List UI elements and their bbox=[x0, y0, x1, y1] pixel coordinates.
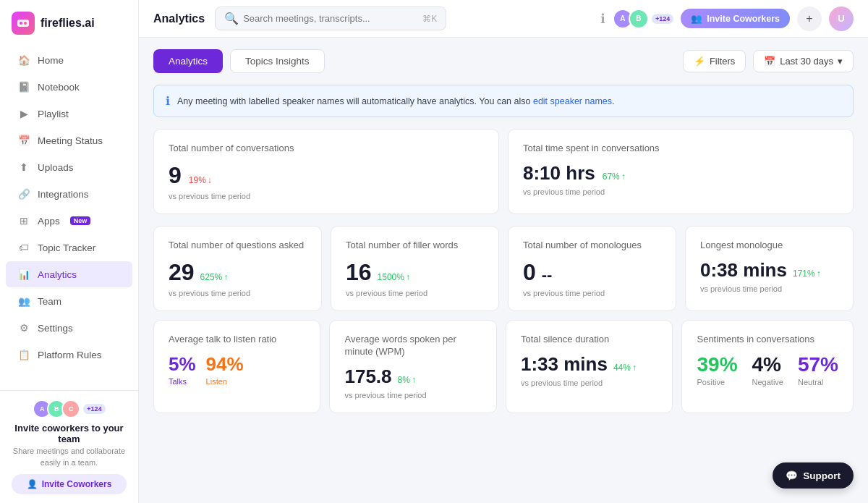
sentiment-positive: 39% Positive bbox=[697, 353, 737, 386]
sidebar-label-playlist: Playlist bbox=[38, 109, 69, 119]
stat-conversations-sub: vs previous time period bbox=[169, 192, 484, 200]
neutral-percentage: 57% bbox=[798, 353, 838, 376]
talks-percentage: 5% bbox=[169, 353, 196, 376]
stat-time-spent-sub: vs previous time period bbox=[523, 187, 838, 196]
avatar-count: +124 bbox=[83, 404, 105, 414]
platform-rules-icon: 📋 bbox=[17, 348, 30, 361]
sidebar-item-analytics[interactable]: 📊 Analytics bbox=[6, 261, 132, 287]
wpm-change-pct: 8% bbox=[398, 375, 410, 385]
sidebar-item-home[interactable]: 🏠 Home bbox=[6, 47, 132, 73]
sidebar-item-settings[interactable]: ⚙ Settings bbox=[6, 315, 132, 341]
stat-questions-value: 29 bbox=[169, 259, 195, 286]
svg-rect-0 bbox=[17, 20, 29, 27]
silence-change-pct: 44% bbox=[613, 363, 631, 373]
sidebar-label-analytics: Analytics bbox=[38, 269, 77, 280]
silence-arrow-icon: ↑ bbox=[632, 363, 637, 373]
negative-percentage: 4% bbox=[752, 353, 783, 376]
stat-filler-words-value: 16 bbox=[346, 259, 372, 286]
stat-time-spent-change: 67% ↑ bbox=[603, 172, 626, 182]
tab-analytics[interactable]: Analytics bbox=[153, 49, 223, 73]
sidebar-label-home: Home bbox=[38, 55, 64, 66]
stat-silence-sub: vs previous time period bbox=[521, 379, 658, 387]
date-range-button[interactable]: 📅 Last 30 days ▾ bbox=[753, 50, 854, 72]
invite-desc: Share meetings and collaborate easily in… bbox=[12, 446, 127, 468]
sidebar-item-playlist[interactable]: ▶ Playlist bbox=[6, 101, 132, 127]
positive-percentage: 39% bbox=[697, 353, 737, 376]
sidebar-invite-button[interactable]: 👤 Invite Coworkers bbox=[12, 474, 127, 494]
integrations-icon: 🔗 bbox=[17, 187, 30, 200]
home-icon: 🏠 bbox=[17, 54, 30, 67]
invite-title: Invite coworkers to your team bbox=[12, 423, 127, 444]
stat-longest-monologue: Longest monologue 0:38 mins 171% ↑ vs pr… bbox=[685, 226, 854, 311]
search-input[interactable] bbox=[243, 13, 418, 24]
sentiment-negative: 4% Negative bbox=[752, 353, 783, 386]
sidebar-label-apps: Apps bbox=[38, 216, 60, 227]
support-button[interactable]: 💬 Support bbox=[773, 462, 854, 489]
coworkers-icon: 👥 bbox=[691, 13, 702, 24]
sidebar: fireflies.ai 🏠 Home 📓 Notebook ▶ Playlis… bbox=[0, 0, 139, 503]
stat-questions: Total number of questions asked 29 625% … bbox=[153, 226, 322, 311]
sidebar-item-apps[interactable]: ⊞ Apps New bbox=[6, 208, 132, 234]
stat-talk-ratio: Average talk to listen ratio 5% Talks 94… bbox=[153, 320, 320, 413]
stat-monologues-change: -- bbox=[542, 266, 553, 284]
questions-change-pct: 625% bbox=[200, 272, 223, 282]
conversations-change-pct: 19% bbox=[189, 175, 206, 185]
stat-longest-monologue-value: 0:38 mins bbox=[700, 259, 787, 282]
sidebar-label-notebook: Notebook bbox=[38, 82, 80, 93]
stat-filler-words-change: 1500% ↑ bbox=[378, 272, 410, 282]
sidebar-item-topic-tracker[interactable]: 🏷 Topic Tracker bbox=[6, 234, 132, 261]
sidebar-item-uploads[interactable]: ⬆ Uploads bbox=[6, 154, 132, 180]
sidebar-label-team: Team bbox=[38, 296, 61, 307]
stat-silence: Total silence duration 1:33 mins 44% ↑ v… bbox=[506, 320, 673, 413]
invite-coworkers-button[interactable]: 👥 Invite Coworkers bbox=[681, 9, 790, 28]
add-button[interactable]: + bbox=[797, 7, 822, 31]
stat-sentiments-label: Sentiments in conversations bbox=[697, 334, 838, 346]
filters-label: Filters bbox=[710, 56, 735, 67]
search-box[interactable]: 🔍 ⌘K bbox=[215, 7, 446, 30]
content-area: Analytics Topics Insights ⚡ Filters 📅 La… bbox=[139, 38, 868, 503]
analytics-icon: 📊 bbox=[17, 268, 30, 281]
longest-monologue-change-pct: 171% bbox=[793, 269, 815, 279]
stat-filler-words: Total number of filler words 16 1500% ↑ … bbox=[331, 226, 499, 311]
sidebar-item-notebook[interactable]: 📓 Notebook bbox=[6, 74, 132, 100]
stat-filler-words-sub: vs previous time period bbox=[346, 289, 484, 297]
sidebar-invite-label: Invite Coworkers bbox=[42, 479, 112, 489]
sidebar-item-team[interactable]: 👥 Team bbox=[6, 288, 132, 314]
apps-icon: ⊞ bbox=[17, 214, 30, 227]
filters-button[interactable]: ⚡ Filters bbox=[683, 50, 746, 72]
stat-monologues-sub: vs previous time period bbox=[523, 289, 661, 297]
time-spent-arrow-icon: ↑ bbox=[621, 172, 626, 182]
stat-longest-monologue-sub: vs previous time period bbox=[700, 284, 838, 293]
stat-conversations-label: Total number of conversations bbox=[169, 143, 484, 155]
edit-names-link[interactable]: edit speaker names bbox=[533, 96, 612, 106]
sidebar-label-topic-tracker: Topic Tracker bbox=[38, 242, 95, 253]
tab-topics-insights[interactable]: Topics Insights bbox=[230, 49, 325, 73]
sentiments-row: 39% Positive 4% Negative 57% Neutral bbox=[697, 353, 838, 386]
uploads-icon: ⬆ bbox=[17, 161, 30, 174]
sidebar-item-platform-rules[interactable]: 📋 Platform Rules bbox=[6, 342, 132, 368]
topbar-avatar-count: +124 bbox=[652, 14, 673, 24]
talks-label: Talks bbox=[169, 377, 196, 386]
filters-right: ⚡ Filters 📅 Last 30 days ▾ bbox=[683, 50, 854, 72]
stat-monologues: Total number of monologues 0 -- vs previ… bbox=[508, 226, 676, 311]
notebook-icon: 📓 bbox=[17, 80, 30, 93]
support-icon: 💬 bbox=[786, 470, 798, 481]
stat-monologues-value: 0 bbox=[523, 259, 536, 286]
sidebar-item-meeting-status[interactable]: 📅 Meeting Status bbox=[6, 127, 132, 153]
stats-top-grid: Total number of conversations 9 19% ↓ vs… bbox=[153, 129, 854, 214]
sidebar-label-uploads: Uploads bbox=[38, 162, 74, 173]
topic-tracker-icon: 🏷 bbox=[17, 241, 30, 254]
time-spent-change-pct: 67% bbox=[603, 172, 620, 182]
stats-bot-grid: Average talk to listen ratio 5% Talks 94… bbox=[153, 320, 854, 413]
sidebar-item-integrations[interactable]: 🔗 Integrations bbox=[6, 181, 132, 207]
user-avatar[interactable]: U bbox=[829, 7, 854, 31]
filter-icon: ⚡ bbox=[694, 56, 705, 67]
stat-time-spent-value: 8:10 hrs bbox=[523, 162, 595, 185]
sidebar-nav: 🏠 Home 📓 Notebook ▶ Playlist 📅 Meeting S… bbox=[0, 43, 138, 390]
stat-silence-change: 44% ↑ bbox=[613, 363, 637, 373]
stat-sentiments: Sentiments in conversations 39% Positive… bbox=[681, 320, 854, 413]
sentiment-neutral: 57% Neutral bbox=[798, 353, 838, 386]
negative-label: Negative bbox=[752, 378, 783, 386]
invite-coworkers-label: Invite Coworkers bbox=[707, 14, 780, 24]
stat-wpm-value: 175.8 bbox=[344, 365, 391, 388]
